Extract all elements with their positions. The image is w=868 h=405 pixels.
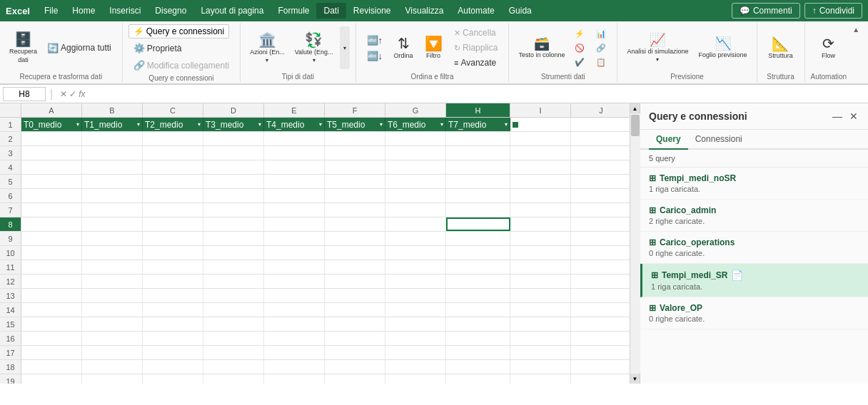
cell-c2[interactable] (143, 132, 203, 145)
cell-e2[interactable] (264, 132, 325, 145)
menu-disegno[interactable]: Disegno (148, 3, 193, 19)
filtro-button[interactable]: 🔽 Filtro (419, 26, 448, 69)
panel-close-button[interactable]: ✕ (848, 109, 859, 123)
menu-dati[interactable]: Dati (316, 3, 345, 19)
menu-home[interactable]: Home (65, 3, 102, 19)
cell-f1[interactable]: T5_medio▾ (325, 118, 385, 131)
relazioni-button[interactable]: 🔗 (591, 41, 611, 55)
valute-button[interactable]: 💱 Valute (Eng... ▾ (291, 26, 337, 69)
query-item-tempi-nosr[interactable]: ⊞ Tempi_medi_noSR 1 riga caricata. (640, 168, 868, 200)
selected-cell-h8[interactable] (446, 217, 510, 231)
menu-automate[interactable]: Automate (450, 3, 501, 19)
cell-d2[interactable] (203, 132, 264, 145)
cell-g1[interactable]: T6_medio▾ (385, 118, 446, 131)
tipi-dropdown-button[interactable]: ▾ (340, 26, 350, 69)
ribbon-collapse-button[interactable]: ▲ (852, 23, 862, 82)
row-num-3[interactable]: 3 (0, 146, 21, 160)
confirm-formula-icon[interactable]: ✓ (69, 89, 76, 99)
rimuovi-dup-button[interactable]: 🚫 (570, 41, 590, 55)
menu-formule[interactable]: Formule (271, 3, 316, 19)
menu-layout[interactable]: Layout di pagina (193, 3, 271, 19)
cancel-formula-icon[interactable]: ✕ (60, 89, 67, 99)
col-header-f[interactable]: F (325, 103, 385, 117)
cell-reference-input[interactable] (3, 87, 46, 101)
consolida-button[interactable]: 📊 (591, 27, 611, 41)
row-num-8[interactable]: 8 (0, 217, 21, 231)
col-header-d[interactable]: D (203, 103, 264, 117)
convalida-button[interactable]: ✔️ (570, 56, 590, 69)
cell-h1[interactable]: T7_medio▾ (446, 118, 510, 131)
query-item-tempi-sr[interactable]: ⊞ Tempi_medi_SR 📄 1 riga caricata. (640, 264, 868, 297)
gestione-modello-button[interactable]: 📋 (591, 56, 611, 69)
query-item-carico-admin[interactable]: ⊞ Carico_admin 2 righe caricate. (640, 200, 868, 232)
condividi-button[interactable]: ↑ Condividi (804, 3, 862, 19)
col-header-a[interactable]: A (21, 103, 82, 117)
cell-j1[interactable] (571, 118, 630, 131)
cell-b1[interactable]: T1_medio▾ (82, 118, 143, 131)
azioni-button[interactable]: 🏛️ Azioni (En... ▾ (246, 26, 288, 69)
col-header-e[interactable]: E (264, 103, 325, 117)
avanzate-button[interactable]: ≡ Avanzate (449, 56, 503, 70)
commenti-button[interactable]: 💬 Commenti (732, 3, 800, 19)
cell-i1[interactable] (510, 118, 571, 131)
vertical-scrollbar[interactable]: ▲ ▼ (630, 103, 640, 384)
ordina-az-button[interactable]: 🔤↑ (362, 33, 388, 48)
filter-arrow-d1[interactable]: ▾ (258, 121, 261, 128)
filter-arrow-c1[interactable]: ▾ (198, 121, 201, 128)
flow-button[interactable]: ⟳ Flow (811, 26, 847, 69)
cell-i2[interactable] (510, 132, 571, 145)
menu-file[interactable]: File (37, 3, 65, 19)
scrollbar-track[interactable] (630, 113, 640, 374)
col-header-i[interactable]: I (510, 103, 571, 117)
formula-input[interactable] (91, 88, 866, 101)
menu-visualizza[interactable]: Visualizza (398, 3, 451, 19)
ordina-za-button[interactable]: 🔤↓ (362, 48, 388, 63)
filter-arrow-e1[interactable]: ▾ (319, 121, 322, 128)
col-header-b[interactable]: B (82, 103, 143, 117)
insert-function-icon[interactable]: fx (79, 89, 85, 99)
foglio-previsione-button[interactable]: 📉 Foglio previsione (695, 26, 751, 69)
cell-e1[interactable]: T4_medio▾ (264, 118, 325, 131)
cell-b2[interactable] (82, 132, 143, 145)
cell-g2[interactable] (385, 132, 446, 145)
proprieta-button[interactable]: ⚙️ Proprietà (128, 41, 187, 56)
aggiorna-tutti-button[interactable]: 🔄 Aggiorna tutti (42, 41, 116, 56)
recupera-dati-button[interactable]: 🗄️ Recupera dati (6, 26, 41, 69)
col-header-g[interactable]: G (385, 103, 446, 117)
menu-revisione[interactable]: Revisione (346, 3, 398, 19)
row-num-1[interactable]: 1 (0, 118, 21, 131)
analisi-simulazione-button[interactable]: 📈 Analisi di simulazione ▾ (623, 26, 692, 69)
struttura-button[interactable]: 📐 Struttura (763, 26, 799, 69)
row-num-2[interactable]: 2 (0, 132, 21, 145)
col-header-j[interactable]: J (571, 103, 630, 117)
tab-query[interactable]: Query (649, 130, 688, 150)
ordina-button[interactable]: ⇅ Ordina (389, 26, 418, 69)
load-to-sheet-icon[interactable]: 📄 (731, 270, 743, 281)
filter-arrow-f1[interactable]: ▾ (380, 121, 383, 128)
cell-a1[interactable]: T0_medio▾ (21, 118, 82, 131)
scrollbar-thumb[interactable] (631, 115, 640, 136)
cell-a2[interactable] (21, 132, 82, 145)
filter-arrow-b1[interactable]: ▾ (137, 121, 140, 128)
cell-c1[interactable]: T2_medio▾ (143, 118, 203, 131)
cancella-button[interactable]: ✕ Cancella (449, 26, 503, 40)
cell-j2[interactable] (571, 132, 630, 145)
cell-f2[interactable] (325, 132, 385, 145)
testo-colonne-button[interactable]: 🗃️ Testo in colonne (515, 26, 568, 69)
scroll-up-button[interactable]: ▲ (630, 103, 640, 113)
menu-inserisci[interactable]: Inserisci (102, 3, 148, 19)
cell-d1[interactable]: T3_medio▾ (203, 118, 264, 131)
query-item-carico-operations[interactable]: ⊞ Carico_operations 0 righe caricate. (640, 232, 868, 264)
query-connessioni-button[interactable]: ⚡ Query e connessioni (128, 24, 229, 39)
cell-h2[interactable] (446, 132, 510, 145)
modifica-collegamenti-button[interactable]: 🔗 Modifica collegamenti (128, 58, 234, 73)
panel-minimize-button[interactable]: — (831, 109, 844, 123)
menu-guida[interactable]: Guida (502, 3, 539, 19)
col-header-h[interactable]: H (446, 103, 510, 117)
filter-arrow-h1[interactable]: ▾ (505, 121, 508, 128)
riapplica-button[interactable]: ↻ Riapplica (449, 41, 503, 55)
filter-arrow-g1[interactable]: ▾ (440, 121, 443, 128)
col-header-c[interactable]: C (143, 103, 203, 117)
flash-fill-button[interactable]: ⚡ (570, 27, 590, 41)
filter-arrow-a1[interactable]: ▾ (76, 121, 79, 128)
